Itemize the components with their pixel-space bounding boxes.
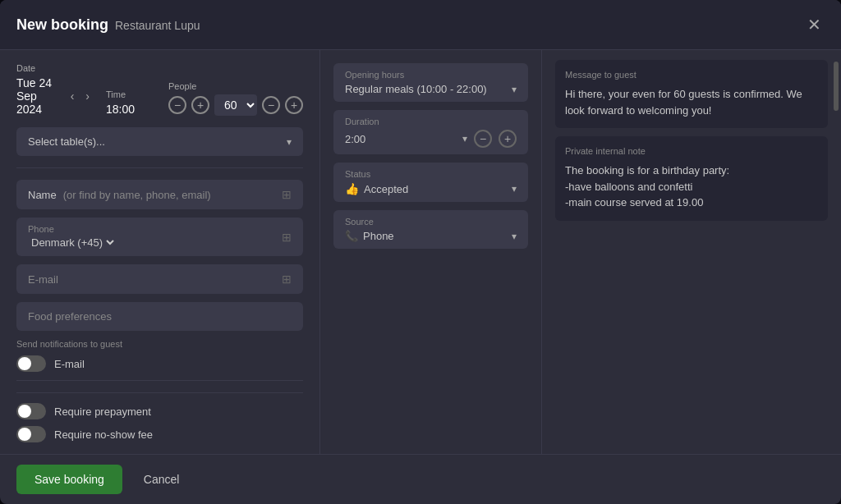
require-noshowfee-toggle[interactable] <box>16 426 46 442</box>
duration-field: Duration 2:00 ▾ − + <box>333 110 528 154</box>
require-noshowfee-row: Require no-show fee <box>16 426 303 442</box>
phone-country-select[interactable]: Denmark (+45) <box>28 236 117 250</box>
modal-title: New booking <box>16 16 108 34</box>
source-field: Source 📞 Phone ▾ <box>333 210 528 249</box>
note-text: The booking is for a birthday party: -ha… <box>565 163 818 211</box>
right-panel: Message to guest Hi there, your even for… <box>542 50 841 454</box>
center-panel: Opening hours Regular meals (10:00 - 22:… <box>320 50 542 454</box>
time-field-group: Time <box>106 89 155 116</box>
scrollbar[interactable] <box>833 50 839 454</box>
email-notification-toggle[interactable] <box>16 355 46 372</box>
note-card: Private internal note The booking is for… <box>555 136 828 221</box>
toggle-knob-3 <box>18 428 31 441</box>
food-preferences-input[interactable] <box>28 310 292 323</box>
email-notification-label: E-mail <box>54 358 85 370</box>
search-icon: ⊞ <box>282 188 292 201</box>
opening-hours-select[interactable]: Regular meals (10:00 - 22:00) <box>345 83 512 95</box>
divider-1 <box>16 167 303 168</box>
modal-subtitle: Restaurant Lupu <box>115 19 200 32</box>
booking-modal: New booking Restaurant Lupu ✕ Date Tue 2… <box>0 0 841 504</box>
people-decrease2-button[interactable]: − <box>262 96 280 114</box>
chevron-down-icon: ▾ <box>287 136 292 148</box>
notifications-label: Send notifications to guest <box>16 339 303 349</box>
require-prepayment-label: Require prepayment <box>54 405 151 418</box>
name-field: Name ⊞ <box>16 180 303 209</box>
date-value[interactable]: Tue 24 Sep 2024 <box>16 76 62 116</box>
require-prepayment-row: Require prepayment <box>16 403 303 419</box>
people-field: − + 60 − + <box>168 94 303 116</box>
date-prev-button[interactable]: ‹ <box>67 88 78 104</box>
name-field-label: Name <box>28 189 57 201</box>
message-text: Hi there, your even for 60 guests is con… <box>565 86 818 118</box>
date-field: Tue 24 Sep 2024 ‹ › <box>16 76 93 116</box>
people-increase-button[interactable]: + <box>191 96 209 114</box>
opening-hours-label: Opening hours <box>345 70 517 80</box>
source-chevron: ▾ <box>512 231 517 242</box>
select-tables-label: Select table(s)... <box>28 135 105 148</box>
people-increase2-button[interactable]: + <box>285 96 303 114</box>
source-select[interactable]: Phone <box>363 230 512 242</box>
name-input[interactable] <box>63 189 275 201</box>
source-label: Source <box>345 217 517 227</box>
food-preferences-field <box>16 302 303 331</box>
modal-title-group: New booking Restaurant Lupu <box>16 16 200 34</box>
date-label: Date <box>16 63 93 73</box>
duration-chevron: ▾ <box>462 133 467 144</box>
notifications-section: Send notifications to guest E-mail <box>16 339 303 372</box>
status-select[interactable]: Accepted <box>364 183 512 195</box>
date-field-group: Date Tue 24 Sep 2024 ‹ › <box>16 63 93 116</box>
email-field: ⊞ <box>16 264 303 294</box>
top-fields: Date Tue 24 Sep 2024 ‹ › Time People <box>16 63 303 116</box>
divider-2 <box>16 380 303 381</box>
message-card: Message to guest Hi there, your even for… <box>555 60 828 128</box>
email-notification-row: E-mail <box>16 355 303 372</box>
source-row: 📞 Phone ▾ <box>345 230 517 242</box>
phone-label: Phone <box>28 224 117 234</box>
duration-label: Duration <box>345 117 517 126</box>
people-field-group: People − + 60 − + <box>168 81 303 116</box>
duration-decrease-button[interactable]: − <box>474 130 492 148</box>
phone-input-area: ⊞ <box>123 231 292 244</box>
phone-country-group: Phone Denmark (+45) <box>28 224 117 250</box>
time-input[interactable] <box>106 103 155 116</box>
opening-hours-row: Regular meals (10:00 - 22:00) ▾ <box>345 83 517 95</box>
duration-row: 2:00 ▾ − + <box>345 130 517 148</box>
people-select[interactable]: 60 <box>214 94 257 116</box>
duration-increase-button[interactable]: + <box>499 130 517 148</box>
toggle-slider-2 <box>16 403 46 419</box>
people-decrease-button[interactable]: − <box>168 96 186 114</box>
prepayment-section: Require prepayment Require no-show fee <box>16 392 303 442</box>
date-next-button[interactable]: › <box>82 88 93 104</box>
phone-input[interactable] <box>123 231 275 243</box>
left-panel: Date Tue 24 Sep 2024 ‹ › Time People <box>0 50 320 454</box>
modal-footer: Save booking Cancel <box>0 454 841 504</box>
cancel-button[interactable]: Cancel <box>131 465 193 494</box>
email-input[interactable] <box>28 273 275 286</box>
status-chevron: ▾ <box>512 183 517 195</box>
close-button[interactable]: ✕ <box>804 13 825 36</box>
require-noshowfee-label: Require no-show fee <box>54 428 153 441</box>
toggle-knob-2 <box>18 405 31 418</box>
person-icon: ⊞ <box>282 231 292 244</box>
thumbs-up-icon: 👍 <box>345 182 359 195</box>
message-label: Message to guest <box>565 70 818 80</box>
time-label: Time <box>106 89 155 99</box>
scrollbar-thumb <box>834 62 839 111</box>
modal-header: New booking Restaurant Lupu ✕ <box>0 0 841 50</box>
opening-hours-chevron: ▾ <box>512 84 517 95</box>
people-label: People <box>168 81 303 91</box>
select-tables[interactable]: Select table(s)... ▾ <box>16 127 303 156</box>
toggle-slider-3 <box>16 426 46 442</box>
require-prepayment-toggle[interactable] <box>16 403 46 419</box>
save-booking-button[interactable]: Save booking <box>16 465 122 494</box>
status-label: Status <box>345 169 517 179</box>
status-field: Status 👍 Accepted ▾ <box>333 163 528 202</box>
toggle-slider <box>16 355 46 372</box>
email-icon: ⊞ <box>282 273 292 286</box>
phone-field: Phone Denmark (+45) ⊞ <box>16 218 303 256</box>
status-row: 👍 Accepted ▾ <box>345 182 517 195</box>
duration-select[interactable]: 2:00 <box>345 133 456 145</box>
opening-hours-field: Opening hours Regular meals (10:00 - 22:… <box>333 63 528 102</box>
phone-source-icon: 📞 <box>345 230 358 242</box>
modal-body: Date Tue 24 Sep 2024 ‹ › Time People <box>0 50 841 454</box>
